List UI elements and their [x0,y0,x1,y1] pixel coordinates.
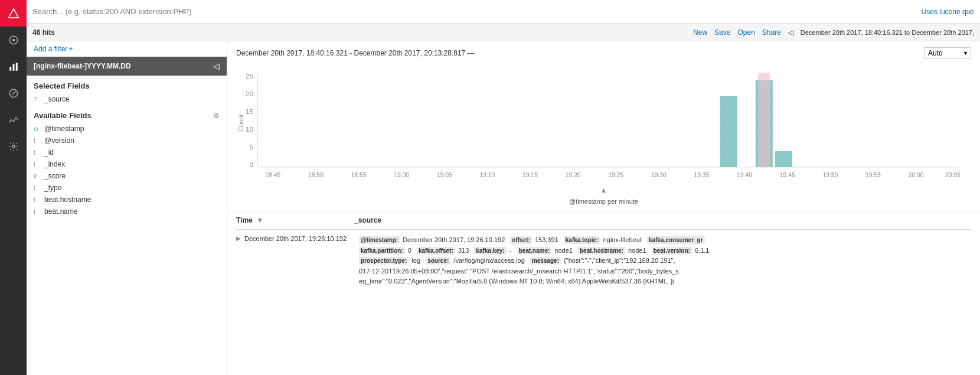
kafka-consumer-label: kafka.consumer_gr [647,236,705,244]
field-type-icon: t [34,197,41,203]
svg-text:19:45: 19:45 [780,172,795,178]
svg-rect-22 [720,96,737,167]
beat-name-val: node1 [554,247,573,254]
time-range: December 20th 2017, 18:40:16.321 to Dece… [801,29,974,36]
svg-point-3 [12,38,15,41]
table-header: Time ▼ _source [236,211,971,230]
expand-row-icon[interactable]: ▶ [236,235,241,242]
field-item-beat_hostname[interactable]: tbeat.hostname [27,194,227,206]
svg-text:19:20: 19:20 [566,172,581,178]
chart-area: December 20th 2017, 18:40:16.321 - Decem… [227,41,980,211]
save-button[interactable]: Save [714,28,730,37]
field-item-_type[interactable]: t_type [27,182,227,194]
svg-text:19:35: 19:35 [694,172,710,178]
index-pattern-label: [nginx-filebeat-]YYYY.MM.DD [34,62,131,70]
svg-text:0: 0 [250,161,253,168]
sort-icon: ▼ [256,216,263,224]
collapse-button[interactable]: ◁ [213,61,220,71]
source-label: source: [426,257,450,265]
auto-select-wrapper: Auto [924,47,971,59]
source-field-item[interactable]: ? _source [27,93,227,105]
top-bar: Uses lucene que [27,0,980,24]
add-filter-plus-icon[interactable]: + [68,45,73,53]
timestamp-label: @timestamp: [359,236,400,244]
svg-rect-4 [9,67,11,71]
content-area: Add a filter + [nginx-filebeat-]YYYY.MM.… [27,41,980,375]
svg-text:19:40: 19:40 [737,172,752,178]
field-type-icon: t [34,185,41,191]
svg-text:18:50: 18:50 [308,172,324,178]
beat-version-val: 6.1.1 [695,247,709,254]
available-fields-title: Available Fields [34,111,92,120]
svg-text:5: 5 [250,144,253,151]
open-button[interactable]: Open [737,28,754,37]
source-field-name: _source [44,95,70,103]
right-panel: December 20th 2017, 18:40:16.321 - Decem… [227,41,980,375]
kafka-topic-val: nginx-filebeat [603,236,641,243]
chart-title: December 20th 2017, 18:40:16.321 - Decem… [236,49,475,57]
prospector-val: log [411,257,420,264]
beat-hostname-val: node1 [628,247,646,254]
sidebar-icon-dashboard[interactable] [0,80,27,106]
svg-text:Count: Count [237,113,244,131]
field-item-_id[interactable]: t_id [27,146,227,158]
svg-text:20:05: 20:05 [945,172,961,178]
chart-header: December 20th 2017, 18:40:16.321 - Decem… [236,47,971,59]
svg-text:18:55: 18:55 [351,172,367,178]
svg-text:25: 25 [246,73,253,80]
sidebar-icon-visualize[interactable] [0,53,27,80]
add-filter-link[interactable]: Add a filter [34,45,67,53]
field-name-label: @version [44,136,74,145]
share-icon[interactable]: ◁ [788,28,793,37]
sidebar [0,0,27,375]
svg-text:19:10: 19:10 [479,172,495,178]
source-line-5: eq_time":"0.023","AgentVersion":"Mozilla… [359,276,971,287]
hits-count: 46 hits [32,28,55,37]
table-row: ▶ December 20th 2017, 19:26:10.192 @time… [236,230,971,292]
svg-text:20: 20 [246,90,253,97]
kafka-offset-label: kafka.offset: [417,247,455,255]
svg-text:10: 10 [246,126,253,133]
kafka-topic-label: kafka.topic: [564,236,600,244]
source-value: @timestamp: December 20th 2017, 19:26:10… [359,235,971,287]
field-item-at-timestamp[interactable]: ⊙@timestamp [27,123,227,135]
time-column-header[interactable]: Time ▼ [236,216,354,224]
kafka-key-label: kafka.key: [474,247,506,255]
sidebar-icon-management[interactable] [0,133,27,159]
svg-rect-6 [15,63,17,71]
sidebar-icon-timelion[interactable] [0,106,27,133]
sidebar-icon-discover[interactable] [0,27,27,53]
svg-text:15: 15 [246,108,253,115]
chart-collapse-button[interactable]: ▲ [236,184,971,197]
offset-label: offset: [510,236,532,244]
svg-point-8 [12,145,15,148]
message-val: {"host":"-","client_ip":"192.168.20.191"… [564,257,675,264]
search-input[interactable] [32,7,922,16]
field-item-_index[interactable]: t_index [27,158,227,170]
field-type-icon: t [34,149,41,156]
kafka-offset-val: 313 [458,247,469,254]
header-row: 46 hits New Save Open Share ◁ December 2… [27,24,980,41]
svg-rect-25 [775,151,792,167]
up-arrow-icon: ▲ [600,186,607,194]
source-column-header: _source [354,216,971,224]
logo[interactable] [0,0,27,27]
uses-lucene-link[interactable]: Uses lucene que [922,8,974,16]
prospector-label: prospector.type: [359,257,409,265]
field-type-icon: t [34,161,41,168]
field-name-label: beat.name [44,207,78,216]
field-name-label: _index [44,160,65,168]
offset-val: 153,391 [535,236,558,243]
field-item-_score[interactable]: #_score [27,170,227,182]
auto-select[interactable]: Auto [924,47,971,59]
new-button[interactable]: New [693,28,707,37]
share-button[interactable]: Share [762,28,781,37]
kafka-key-val: - [509,247,512,254]
table-area: Time ▼ _source ▶ December 20th 2017, 19:… [227,211,980,375]
selected-fields-title: Selected Fields [27,76,227,93]
field-type-icon: ⊙ [34,126,41,132]
field-item-beat_name[interactable]: tbeat.name [27,206,227,217]
gear-icon[interactable]: ⚙ [213,112,220,120]
field-type-icon: t [34,138,41,144]
field-item-at-version[interactable]: t@version [27,135,227,146]
